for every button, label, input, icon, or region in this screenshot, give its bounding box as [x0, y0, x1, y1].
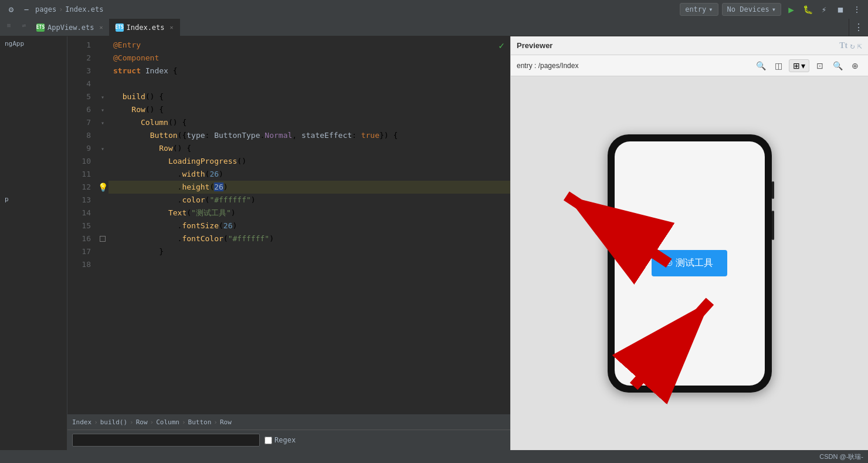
code-line-11: .width(26)	[108, 168, 510, 181]
code-line-8: Button({type: ButtonType.Normal, stateEf…	[108, 129, 510, 142]
grid-chevron: ▾	[801, 61, 805, 70]
more-icon[interactable]: ⋮	[850, 3, 863, 16]
credit-text: CSDN @-耿瑞-	[819, 452, 863, 461]
code-line-18	[108, 258, 510, 271]
regex-checkbox-container[interactable]: Regex	[265, 436, 296, 444]
code-line-5: build() {	[108, 90, 510, 103]
settings-icon[interactable]: ⚙	[5, 3, 18, 16]
code-line-9: Row() {	[108, 142, 510, 155]
code-line-2: @Component	[108, 52, 510, 65]
code-line-7: Column() {	[108, 116, 510, 129]
code-line-10: LoadingProgress()	[108, 155, 510, 168]
line-numbers: 1 2 3 4 5 6 7 8 9 10 11 12 13 14 15 16 1…	[67, 36, 97, 414]
breadcrumb: pages › Index.ets	[35, 5, 103, 13]
window-icon[interactable]: ⊡	[813, 59, 827, 73]
bc-build: build()	[100, 418, 127, 426]
grid-icon: ⊞	[793, 61, 800, 70]
code-line-14: Text("测试工具")	[108, 207, 510, 219]
bc-row1: Row	[136, 418, 148, 426]
code-line-6: Row() {	[108, 103, 510, 116]
tab-index[interactable]: ETS Index.ets ✕	[110, 19, 180, 36]
top-toolbar: ⚙ − pages › Index.ets entry ▾ No Devices…	[0, 0, 868, 19]
code-lines[interactable]: @Entry @Component struct Index { build()…	[108, 36, 510, 414]
code-line-1: @Entry	[108, 39, 510, 52]
appview-label: AppView.ets	[48, 23, 94, 32]
grid-toggle[interactable]: ⊞ ▾	[789, 59, 809, 72]
index-close[interactable]: ✕	[170, 24, 174, 31]
profile-icon[interactable]: ⚡	[818, 3, 830, 16]
phone-power-btn	[772, 211, 774, 240]
refresh-icon[interactable]: ↻	[850, 41, 855, 50]
previewer-toolbar-icons: Tt ↻ ⇱	[839, 41, 862, 50]
editor-area: 1 2 3 4 5 6 7 8 9 10 11 12 13 14 15 16 1…	[67, 36, 510, 450]
status-bar: CSDN @-耿瑞-	[0, 450, 868, 463]
code-line-3: struct Index {	[108, 65, 510, 77]
tab-appview[interactable]: ETS AppView.ets ✕	[30, 19, 110, 36]
tab-more-btn[interactable]: ⋮	[849, 19, 868, 36]
toolbar-left: ⚙ − pages › Index.ets	[5, 3, 676, 16]
previewer-title: Previewer	[517, 41, 552, 50]
expand-icon[interactable]: ⇱	[857, 41, 862, 50]
entry-chevron: ▾	[708, 5, 713, 13]
zoom-in-icon[interactable]: ⊕	[848, 59, 862, 73]
code-line-15: .fontSize(26)	[108, 219, 510, 232]
inspector-icon[interactable]: 🔍	[754, 59, 768, 73]
phone-volume-btn	[772, 181, 774, 199]
bc-column: Column	[156, 418, 179, 426]
tabs-container: ≡ ⇌ ETS AppView.ets ✕ ETS Index.ets ✕	[0, 19, 849, 36]
preview-button: ⊙ 测试工具	[652, 250, 727, 276]
index-label: Index.ets	[127, 23, 165, 32]
code-gutter: ▾ ▾ ▾ ▾ 💡	[97, 36, 108, 414]
font-size-icon[interactable]: Tt	[839, 41, 847, 50]
code-editor[interactable]: 1 2 3 4 5 6 7 8 9 10 11 12 13 14 15 16 1…	[67, 36, 510, 414]
tab-nav-arrows[interactable]: ⇌	[18, 19, 30, 32]
code-line-4	[108, 77, 510, 90]
device-area: ⊙ 测试工具	[511, 76, 868, 450]
previewer-toolbar: entry : /pages/Index 🔍 ◫ ⊞ ▾ ⊡ 🔍 ⊕	[511, 55, 868, 76]
previewer-header: Previewer Tt ↻ ⇱	[511, 36, 868, 55]
entry-dropdown[interactable]: entry ▾	[680, 3, 718, 16]
entry-label: entry	[685, 5, 706, 13]
main-content: ngApp p 1 2 3 4 5 6 7 8 9 10 11 12 13 14…	[0, 36, 868, 450]
index-icon: ETS	[116, 23, 124, 32]
code-line-16: .fontColor("#ffffff")	[108, 232, 510, 245]
tab-nav-left[interactable]: ≡	[2, 19, 15, 32]
minimize-icon[interactable]: −	[20, 3, 33, 16]
search-bar: Regex	[67, 430, 510, 450]
phone-screen: ⊙ 测试工具	[615, 141, 765, 386]
no-devices-dropdown[interactable]: No Devices ▾	[722, 3, 781, 16]
bc-row2: Row	[220, 418, 232, 426]
sidebar-p-label: p	[0, 192, 67, 207]
tab-bar: ≡ ⇌ ETS AppView.ets ✕ ETS Index.ets ✕ ⋮	[0, 19, 868, 36]
code-line-13: .color("#ffffff")	[108, 194, 510, 207]
appview-icon: ETS	[36, 23, 45, 32]
appview-close[interactable]: ✕	[99, 24, 103, 31]
editor-breadcrumb: Index › build() › Row › Column › Button …	[67, 414, 510, 430]
bug-icon[interactable]: 🐛	[801, 3, 814, 16]
sidebar-app-label: ngApp	[0, 36, 67, 51]
search-input[interactable]	[72, 434, 260, 447]
zoom-out-icon[interactable]: 🔍	[830, 59, 845, 73]
breadcrumb-pages: pages	[35, 5, 56, 13]
bc-index: Index	[72, 418, 91, 426]
bc-button: Button	[188, 418, 212, 426]
check-mark: ✓	[499, 40, 504, 51]
code-line-12: .height(26)	[108, 181, 510, 194]
no-devices-label: No Devices	[727, 5, 769, 13]
previewer-path: entry : /pages/Index	[517, 62, 750, 70]
no-devices-chevron: ▾	[772, 5, 776, 13]
regex-checkbox[interactable]	[265, 437, 272, 444]
phone-mockup: ⊙ 测试工具	[608, 134, 772, 393]
layers-icon[interactable]: ◫	[771, 59, 785, 73]
breadcrumb-file: Index.ets	[65, 5, 103, 13]
previewer-panel: Previewer Tt ↻ ⇱ entry : /pages/Index 🔍 …	[510, 36, 868, 450]
run-button[interactable]: ▶	[785, 3, 798, 16]
toolbar-right: entry ▾ No Devices ▾ ▶ 🐛 ⚡ ■ ⋮	[680, 3, 863, 16]
code-line-17: }	[108, 245, 510, 258]
regex-label: Regex	[274, 436, 296, 444]
left-sidebar: ngApp p	[0, 36, 67, 450]
stop-icon[interactable]: ■	[834, 3, 847, 16]
preview-button-text: ⊙ 测试工具	[666, 257, 713, 269]
